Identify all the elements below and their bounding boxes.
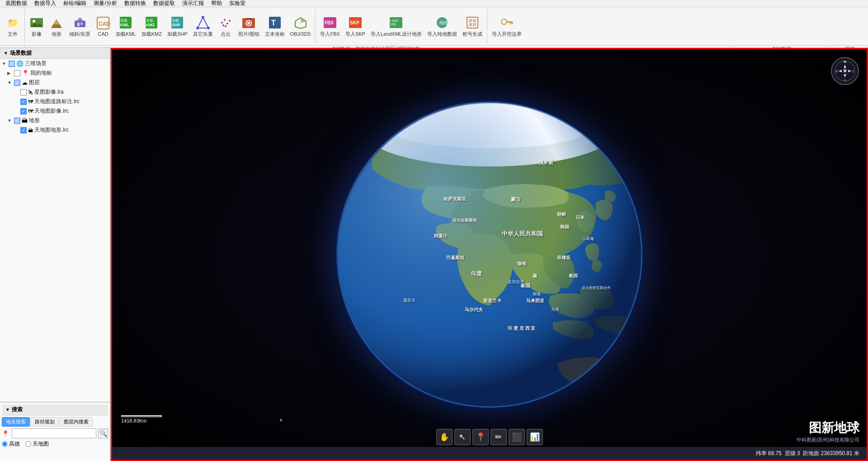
radio-gaode-label: 高德 (9, 440, 20, 448)
toolbar-item-frame[interactable]: 柜号生成 (460, 10, 485, 43)
svg-rect-55 (512, 23, 513, 24)
viewport[interactable]: 中华人民共和国 俄罗斯 蒙古 朝鲜 韩国 日本 印度 缅甸 越 泰国 菲律宾 帕… (111, 48, 868, 461)
tab-place-search[interactable]: 地名搜索 (2, 417, 30, 427)
svg-point-25 (224, 19, 226, 21)
toolbar: 📁 文件 影像 地形 倾斜/实景 (0, 7, 868, 48)
frame-label: 柜号生成 (462, 31, 482, 38)
toolbar-item-kmz[interactable]: 加载KMZ 加载KMZ (139, 10, 165, 43)
starmap-node-icon: 🛰 (28, 90, 33, 95)
search-input[interactable] (12, 428, 96, 438)
toolbar-item-fbx[interactable]: FBX 导入FBX (317, 10, 342, 43)
toolbar-item-tilt[interactable]: 倾斜/实景 (66, 10, 93, 43)
toolbar-item-landxml[interactable]: LANDXML 导入LandXML设计地形 (368, 10, 425, 43)
svg-text:T: T (271, 19, 276, 27)
point-label: 点云 (221, 31, 231, 38)
menu-item-数据转换[interactable]: 数据转换 (121, 0, 150, 7)
radio-tianditu-input[interactable] (25, 441, 31, 447)
tree-check-terrain-g[interactable]: ✓ (14, 118, 20, 124)
shp-icon: 加载SHP (170, 15, 184, 30)
toolbar-item-terrain[interactable]: 地形 (47, 10, 66, 43)
menu-item-底图数据[interactable]: 底图数据 (2, 0, 31, 7)
tool-line-btn[interactable]: ✏ (491, 429, 507, 445)
toolbar-item-obj[interactable]: OBJ/3DS (288, 10, 314, 43)
tree-check-mapterrain[interactable]: ✓ (20, 127, 27, 133)
tree-check-starmap[interactable] (20, 89, 27, 95)
svg-text:FBX: FBX (325, 20, 334, 25)
svg-rect-5 (75, 21, 85, 27)
viewport-toolbar: ✋ ↖ 📍 ✏ ⬛ 📊 (436, 429, 543, 445)
tree-item-scene[interactable]: ▼ ✓ 🌐 三维场景 (0, 59, 110, 68)
kml-label: 加载KML (116, 31, 136, 38)
tree-item-terrain-group[interactable]: ▼ ✓ 🏔 地形 (0, 116, 110, 125)
tree-check-layers[interactable]: ✓ (14, 80, 20, 86)
toolbar-item-text[interactable]: T 文本坐标 (262, 10, 288, 43)
tree-label-terrain-g: 地形 (29, 117, 40, 124)
menu-item-标绘/编辑[interactable]: 标绘/编辑 (60, 0, 90, 7)
svg-rect-47 (467, 17, 478, 28)
svg-rect-48 (469, 19, 472, 22)
toolbar-item-key[interactable]: 导入开挖边界 (489, 10, 524, 43)
search-panel: ▼ 搜索 地名搜索 路径规划 图层内搜索 📍 🔍 高德 天地 (0, 402, 110, 461)
tree-item-landmark[interactable]: ▶ 📍 我的地标 (0, 68, 110, 78)
tree-check-mapimage[interactable]: ✓ (20, 108, 27, 114)
file-label: 文件 (8, 31, 18, 38)
menu-item-演示汇报[interactable]: 演示汇报 (179, 0, 208, 7)
menu-bar: 底图数据数据导入标绘/编辑测量/分析数据转换数据提取演示汇报帮助实验室 (0, 0, 868, 7)
landxml-icon: LANDXML (389, 15, 403, 30)
compass[interactable]: N E S W ✛ (830, 57, 859, 86)
tree-check-scene[interactable]: ✓ (9, 61, 15, 67)
tree-item-mapimage[interactable]: ✓ 🗺 天地图影像.lrc (0, 106, 110, 116)
earth-container: 中华人民共和国 俄罗斯 蒙古 朝鲜 韩国 日本 印度 缅甸 越 泰国 菲律宾 帕… (112, 49, 867, 460)
tool-chart-btn[interactable]: 📊 (527, 429, 543, 445)
scene-title-text: 场景数据 (10, 49, 32, 57)
tool-rect-btn[interactable]: ⬛ (509, 429, 525, 445)
tab-route-plan[interactable]: 路径规划 (31, 417, 59, 427)
tree-check-landmark[interactable] (14, 70, 20, 76)
menu-item-测量/分析[interactable]: 测量/分析 (90, 0, 120, 7)
toolbar-item-image[interactable]: 影像 (27, 10, 47, 43)
toolbar-item-file[interactable]: 📁 文件 (3, 10, 23, 43)
toolbar-item-vector[interactable]: 其它矢量 (190, 10, 216, 43)
tree-label-landmark: 我的地标 (30, 69, 52, 77)
tree-item-road[interactable]: ✓ 🗺 天地图道路标注.lrc (0, 97, 110, 106)
key-icon (500, 15, 514, 30)
radio-gaode-input[interactable] (2, 441, 8, 447)
text-icon: T (268, 15, 282, 30)
menu-item-数据提取[interactable]: 数据提取 (150, 0, 179, 7)
toolbar-item-pure[interactable]: 纯地 导入纯地数据 (425, 10, 460, 43)
tree-item-starmap[interactable]: 🛰 星图影像.lra (0, 87, 110, 97)
tree-item-layers[interactable]: ▼ ✓ ☁ 图层 (0, 78, 110, 87)
search-button[interactable]: 🔍 (98, 428, 108, 438)
scene-data-title: ▼ 场景数据 (0, 48, 110, 59)
radio-gaode[interactable]: 高德 (2, 440, 20, 448)
svg-text:S: S (844, 79, 846, 82)
point-icon (218, 15, 233, 30)
status-level: 层级 3 (785, 450, 800, 457)
svg-point-26 (226, 23, 228, 24)
menu-item-数据导入[interactable]: 数据导入 (31, 0, 60, 7)
toolbar-item-shp[interactable]: 加载SHP 加载SHP (165, 10, 190, 43)
tree-item-mapterrain[interactable]: ✓ 🏔 天地图地形.lrc (0, 125, 110, 135)
tree-check-road[interactable]: ✓ (20, 99, 27, 105)
menu-item-帮助[interactable]: 帮助 (208, 0, 226, 7)
tab-layer-search[interactable]: 图层内搜索 (60, 417, 93, 427)
key-label: 导入开挖边界 (492, 31, 522, 38)
fbx-label: 导入FBX (320, 31, 340, 38)
menu-item-实验室[interactable]: 实验室 (226, 0, 249, 7)
svg-text:加载: 加载 (172, 19, 179, 23)
tool-pin-btn[interactable]: 📍 (472, 429, 489, 445)
toolbar-group-bim: FBX 导入FBX SKP 导入SKP LANDXML 导入LandXML设计地… (316, 9, 487, 43)
search-input-row: 📍 🔍 (2, 428, 108, 438)
radio-tianditu[interactable]: 天地图 (25, 440, 49, 448)
svg-rect-51 (473, 23, 476, 26)
tree-label-mapimage: 天地图影像.lrc (34, 107, 69, 115)
tool-select-btn[interactable]: ↖ (454, 429, 471, 445)
toolbar-item-kml[interactable]: 加载KML 加载KML (113, 10, 139, 43)
brand-title: 图新地球 (797, 419, 859, 437)
toolbar-item-photo[interactable]: 照片/图纸 (236, 10, 262, 43)
toolbar-item-skp[interactable]: SKP 导入SKP (343, 10, 368, 43)
toolbar-item-point[interactable]: 点云 (216, 10, 236, 43)
tool-hand-btn[interactable]: ✋ (436, 429, 453, 445)
road-node-icon: 🗺 (28, 99, 33, 105)
toolbar-item-cad[interactable]: CAD CAD (93, 10, 113, 43)
